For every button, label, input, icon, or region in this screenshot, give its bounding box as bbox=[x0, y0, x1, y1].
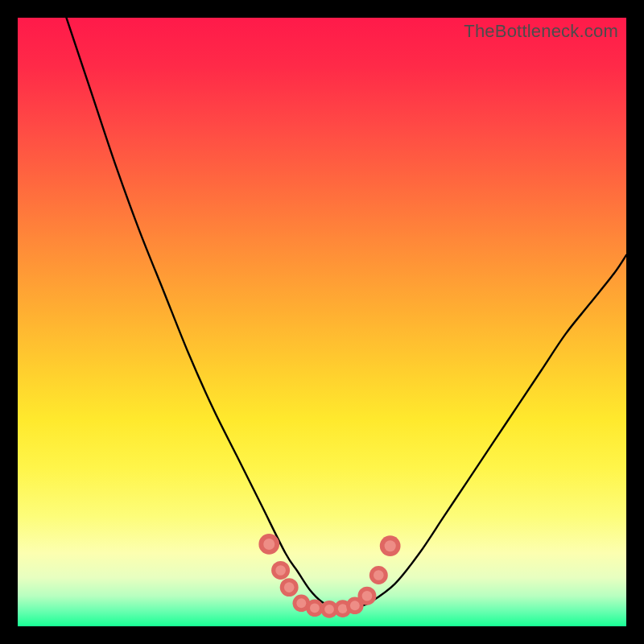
svg-point-3 bbox=[275, 565, 286, 576]
bottleneck-curve bbox=[66, 18, 626, 609]
valley-marker bbox=[271, 561, 290, 580]
svg-point-11 bbox=[324, 605, 334, 614]
svg-point-19 bbox=[374, 570, 384, 580]
valley-marker bbox=[258, 534, 279, 555]
svg-point-9 bbox=[310, 603, 320, 613]
svg-point-13 bbox=[338, 604, 348, 613]
valley-markers bbox=[258, 534, 400, 618]
valley-marker bbox=[357, 587, 376, 605]
svg-point-5 bbox=[284, 582, 295, 592]
chart-svg bbox=[18, 18, 626, 626]
svg-point-17 bbox=[362, 591, 373, 601]
svg-point-21 bbox=[385, 540, 396, 551]
plot-frame: TheBottleneck.com bbox=[18, 18, 626, 626]
svg-point-1 bbox=[263, 539, 275, 550]
svg-point-15 bbox=[350, 601, 360, 610]
valley-marker bbox=[380, 535, 401, 556]
valley-marker bbox=[280, 578, 299, 597]
valley-marker bbox=[369, 566, 388, 584]
svg-point-7 bbox=[296, 598, 306, 608]
